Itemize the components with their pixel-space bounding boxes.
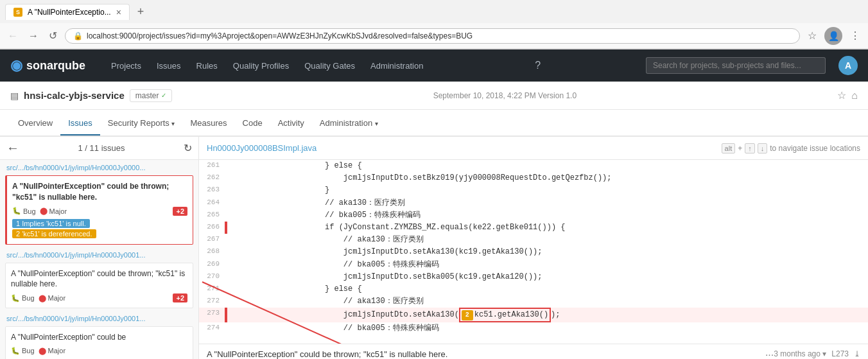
- tooltip-main-row: A "NullPointerException" could be thrown…: [207, 349, 860, 359]
- tab-measures[interactable]: Measures: [182, 112, 234, 136]
- line-num-272: 272: [199, 295, 225, 308]
- line-num-267: 267: [199, 234, 225, 246]
- tab-administration[interactable]: Administration ▾: [312, 112, 386, 136]
- new-tab-button[interactable]: +: [132, 3, 150, 21]
- home-button[interactable]: ⌂: [851, 89, 858, 101]
- search-input[interactable]: [646, 57, 826, 74]
- snippet-icon: ⤓: [854, 349, 860, 358]
- issue-type-1: 🐛 Bug: [12, 207, 36, 215]
- line-num-265: 265: [199, 209, 225, 222]
- tab-activity[interactable]: Activity: [270, 112, 312, 136]
- back-button[interactable]: ←: [5, 28, 21, 44]
- issues-list: src/.../bs/hn0000/v1/jy/impl/Hn0000Jy000…: [0, 160, 198, 359]
- tab-overview[interactable]: Overview: [10, 112, 60, 136]
- issue-title-1: A "NullPointerException" could be thrown…: [12, 181, 187, 203]
- location-badge-2: 2: [462, 310, 473, 320]
- location-num-1-2: 2: [16, 230, 20, 238]
- search-container: [646, 57, 826, 74]
- tooltip-more-button[interactable]: ···: [765, 349, 774, 359]
- nav-quality-gates[interactable]: Quality Gates: [298, 57, 361, 74]
- branch-name: master: [135, 91, 159, 100]
- line-content-271: } else {: [227, 283, 868, 295]
- issue-meta-2: 🐛 Bug ⬤ Major +2: [11, 293, 187, 302]
- forward-button[interactable]: →: [26, 28, 41, 44]
- profile-icon[interactable]: 👤: [824, 27, 842, 45]
- tab-security-reports[interactable]: Security Reports ▾: [100, 112, 183, 136]
- more-options-button[interactable]: ⋮: [847, 27, 863, 44]
- code-line-263: 263 }: [199, 184, 868, 197]
- code-line-274: 274 // bka005：特殊疾种编码: [199, 322, 868, 335]
- line-num-270: 270: [199, 271, 225, 283]
- issue-type-label-2: Bug: [22, 294, 35, 302]
- issue-title-3: A "NullPointerException" could be: [11, 332, 187, 343]
- tab-close-button[interactable]: ×: [116, 7, 121, 17]
- issue-card-3[interactable]: A "NullPointerException" could be 🐛 Bug …: [5, 326, 193, 359]
- line-num-273: 273: [199, 308, 225, 322]
- line-content-272: // aka130：医疗类别: [227, 295, 868, 308]
- sonarqube-header: ◉ sonarqube Projects Issues Rules Qualit…: [0, 49, 868, 82]
- code-line-264: 264 // aka130：医疗类别: [199, 197, 868, 209]
- nav-issues[interactable]: Issues: [150, 57, 187, 74]
- main-nav: Projects Issues Rules Quality Profiles Q…: [105, 57, 430, 74]
- line-content-265: // bka005：特殊疾种编码: [227, 209, 868, 222]
- line-content-264: // aka130：医疗类别: [227, 197, 868, 209]
- issue-severity-1: ⬤ Major: [40, 207, 67, 215]
- branch-badge: master ✓: [130, 89, 173, 102]
- issue-card-1[interactable]: A "NullPointerException" could be thrown…: [5, 175, 193, 245]
- logo-icon: ◉: [10, 57, 22, 74]
- issue-type-3: 🐛 Bug: [11, 347, 35, 355]
- line-content-261: } else {: [227, 160, 868, 172]
- issues-count: 1 / 11 issues: [78, 143, 125, 153]
- tab-code[interactable]: Code: [235, 112, 270, 136]
- issue-severity-2: ⬤ Major: [39, 294, 66, 302]
- main-content: ← 1 / 11 issues ↻ src/.../bs/hn0000/v1/j…: [0, 137, 868, 359]
- refresh-issues-button[interactable]: ↻: [184, 142, 192, 154]
- administration-dropdown-icon: ▾: [375, 120, 378, 127]
- project-icon: ▤: [10, 91, 19, 101]
- nav-administration[interactable]: Administration: [364, 57, 430, 74]
- line-num-268: 268: [199, 246, 225, 258]
- location-item-1-2[interactable]: 2 'kc51' is dereferenced.: [12, 229, 96, 238]
- issue-card-2[interactable]: A "NullPointerException" could be thrown…: [5, 263, 193, 309]
- bookmark-button[interactable]: ☆: [805, 27, 819, 44]
- code-line-261: 261 } else {: [199, 160, 868, 172]
- nav-projects[interactable]: Projects: [105, 57, 148, 74]
- user-avatar[interactable]: A: [838, 56, 858, 75]
- tab-bar: S A "NullPointerExceptio... × +: [0, 0, 868, 23]
- code-line-266: 266 if (JyConstant.ZYMZBS_MZ.equals(ke22…: [199, 222, 868, 234]
- line-num-262: 262: [199, 172, 225, 184]
- active-tab[interactable]: S A "NullPointerExceptio... ×: [5, 4, 130, 20]
- tooltip-age: 3 months ago ▾: [774, 349, 826, 358]
- address-bar[interactable]: 🔒: [65, 28, 800, 44]
- code-line-270: 270 jcmljsInputDto.setBka005(kc19.getAka…: [199, 271, 868, 283]
- refresh-button[interactable]: ↺: [46, 27, 60, 44]
- line-content-263: }: [227, 184, 868, 197]
- bug-icon-2: 🐛: [11, 294, 20, 302]
- code-panel: Hn0000Jy000008BSImpl.java alt + ↑ ↓ to n…: [199, 137, 868, 359]
- issue-locations-1: 1 Implies 'kc51' is null. 2 'kc51' is de…: [12, 218, 187, 239]
- nav-quality-profiles[interactable]: Quality Profiles: [227, 57, 295, 74]
- issue-path-1: src/.../bs/hn0000/v1/jy/impl/Hn0000Jy000…: [0, 160, 198, 173]
- sonarqube-logo[interactable]: ◉ sonarqube: [10, 57, 85, 74]
- issue-meta-3: 🐛 Bug ⬤ Major: [11, 347, 187, 355]
- project-nav: Overview Issues Security Reports ▾ Measu…: [0, 110, 868, 137]
- tab-issues[interactable]: Issues: [60, 112, 100, 136]
- issues-panel: ← 1 / 11 issues ↻ src/.../bs/hn0000/v1/j…: [0, 137, 199, 359]
- issue-severity-3: ⬤ Major: [39, 347, 66, 355]
- major-severity-icon-1: ⬤: [40, 207, 48, 215]
- plus-separator: +: [738, 144, 742, 153]
- issue-path-2: src/.../bs/hn0000/v1/jy/impl/Hn0000Jy000…: [0, 247, 198, 260]
- code-line-269: 269 // bka005：特殊疾种编码: [199, 259, 868, 271]
- nav-rules[interactable]: Rules: [190, 57, 224, 74]
- lock-icon: 🔒: [73, 31, 83, 40]
- favorite-button[interactable]: ☆: [837, 89, 846, 101]
- location-item-1-1[interactable]: 1 Implies 'kc51' is null.: [12, 219, 90, 228]
- help-button[interactable]: ?: [535, 60, 541, 71]
- line-num-261: 261: [199, 160, 225, 172]
- issue-meta-1: 🐛 Bug ⬤ Major +2: [12, 207, 187, 216]
- navigate-hint: alt + ↑ ↓ to navigate issue locations: [722, 143, 860, 153]
- back-to-list-button[interactable]: ←: [6, 141, 19, 155]
- line-num-271: 271: [199, 283, 225, 295]
- issue-tooltip: A "NullPointerException" could be thrown…: [199, 344, 868, 359]
- url-input[interactable]: [87, 31, 792, 40]
